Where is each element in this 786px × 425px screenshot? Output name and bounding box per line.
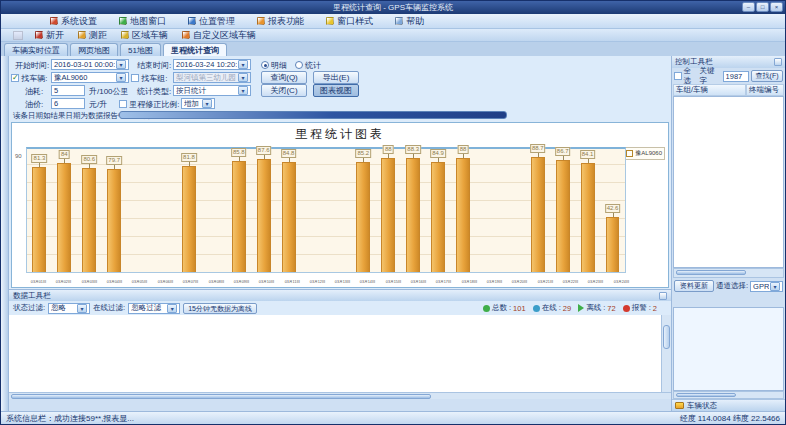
chevron-down-icon[interactable] xyxy=(77,304,87,313)
bar-value-label: 88.3 xyxy=(405,145,421,154)
mileage-correct-checkbox[interactable]: 里程修正比例: xyxy=(119,99,179,110)
channel-select[interactable]: GPRS xyxy=(750,281,783,292)
keyword-input[interactable]: 1987 xyxy=(723,71,750,82)
details-horizontal-scrollbar[interactable] xyxy=(673,391,784,399)
menu-item-label: 系统设置 xyxy=(61,15,97,28)
minimize-button[interactable] xyxy=(742,2,755,12)
scrollbar-thumb[interactable] xyxy=(676,393,736,397)
query-button[interactable]: 查询(Q) xyxy=(261,71,307,84)
checkbox-icon[interactable] xyxy=(131,74,139,82)
chevron-down-icon[interactable] xyxy=(116,73,126,82)
update-data-button[interactable]: 资料更新 xyxy=(674,280,714,292)
counter-value: 2 xyxy=(653,304,657,313)
chart-view-button[interactable]: 图表视图 xyxy=(313,84,359,97)
chart-slot xyxy=(326,149,351,272)
offline-rule-button[interactable]: 15分钟无数据为离线 xyxy=(183,303,257,314)
checkbox-icon[interactable] xyxy=(11,74,19,82)
x-tick-label: 03月07日 xyxy=(183,280,199,285)
counter-label: 离线 : xyxy=(586,303,605,313)
scrollbar-thumb[interactable] xyxy=(663,325,670,349)
bar-value-label: 84.1 xyxy=(580,150,596,159)
vehicle-status-tab[interactable]: 车辆状态 xyxy=(672,399,785,411)
bottom-tab-strip xyxy=(9,399,671,411)
bar-label-tick xyxy=(463,154,464,158)
calendar-dropdown-icon[interactable] xyxy=(116,60,126,69)
calendar-dropdown-icon[interactable] xyxy=(238,60,248,69)
chevron-down-icon[interactable] xyxy=(167,304,177,313)
radio-icon[interactable] xyxy=(295,61,303,69)
tab-map-51[interactable]: 51地图 xyxy=(120,43,161,56)
chart-slot: 79.7 xyxy=(102,149,127,272)
chevron-down-icon[interactable] xyxy=(770,282,780,291)
find-group-checkbox[interactable]: 找车组: xyxy=(131,73,167,84)
price-input[interactable]: 6 xyxy=(51,98,85,109)
bar-label-tick xyxy=(39,163,40,167)
tab-realtime-position[interactable]: 车辆实时位置 xyxy=(4,43,68,56)
horizontal-scrollbar[interactable] xyxy=(9,392,671,399)
chart-slot: 81.3 xyxy=(27,149,52,272)
select-all-checkbox[interactable] xyxy=(674,72,682,80)
tree-horizontal-scrollbar[interactable] xyxy=(673,268,784,278)
scrollbar-thumb[interactable] xyxy=(676,270,746,275)
menu-item-window-style[interactable]: 窗口样式 xyxy=(317,15,382,28)
chart-slot: 84.8 xyxy=(276,149,301,272)
find-button[interactable]: 查找(F) xyxy=(751,70,783,82)
radio-icon[interactable] xyxy=(261,61,269,69)
offline-icon xyxy=(578,304,584,312)
bar-value-label: 84.8 xyxy=(281,149,297,158)
end-time-input[interactable]: 2016-03-24 10:20:07 xyxy=(173,59,251,70)
x-tick-label: 03月09日 xyxy=(234,280,250,285)
close-query-button[interactable]: 关闭(C) xyxy=(261,84,307,97)
x-tick-label: 03月11日 xyxy=(284,280,299,285)
find-vehicle-select[interactable]: 豫AL9060 xyxy=(51,72,129,83)
start-time-label: 开始时间: xyxy=(15,60,49,71)
pin-icon[interactable] xyxy=(774,58,782,66)
chart-slot: 88 xyxy=(376,149,401,272)
legend-label: 豫AL9060 xyxy=(635,149,662,158)
tab-web-map[interactable]: 网页地图 xyxy=(70,43,118,56)
mileage-correct-select[interactable]: 增加 xyxy=(181,98,215,109)
menu-item-location-manage[interactable]: 位置管理 xyxy=(179,15,244,28)
stat-type-select[interactable]: 按日统计 xyxy=(173,85,251,96)
export-button[interactable]: 导出(E) xyxy=(313,71,359,84)
bar-value-label: 81.3 xyxy=(32,154,48,163)
chevron-down-icon[interactable] xyxy=(238,86,248,95)
chart-slot: 86.7 xyxy=(550,149,575,272)
help-icon xyxy=(395,17,403,25)
toolbar-button-measure-distance[interactable]: 测距 xyxy=(72,29,113,41)
vertical-scrollbar[interactable] xyxy=(661,315,671,392)
menu-item-report-functions[interactable]: 报表功能 xyxy=(248,15,313,28)
data-panel-header[interactable]: 数据工具栏 xyxy=(9,290,671,301)
toolbar-button-area-vehicles[interactable]: 区域车辆 xyxy=(115,29,174,41)
detail-radio[interactable]: 明细 xyxy=(261,60,287,71)
scrollbar-thumb[interactable] xyxy=(11,394,431,399)
find-vehicle-checkbox[interactable]: 找车辆: xyxy=(11,73,47,84)
bar-value-label: 42.6 xyxy=(605,204,621,213)
toolbar-button-custom-area-vehicles[interactable]: 自定义区域车辆 xyxy=(176,29,262,41)
collapse-icon[interactable] xyxy=(659,292,667,300)
vehicle-table-wrap xyxy=(9,315,671,392)
start-time-input[interactable]: 2016-03-01 00:00:01 xyxy=(51,59,129,70)
close-button[interactable] xyxy=(770,2,783,12)
y-axis-tick-label: 90 xyxy=(15,153,22,159)
menu-item-map-window[interactable]: 地图窗口 xyxy=(110,15,175,28)
menu-item-help[interactable]: 帮助 xyxy=(386,15,433,28)
left-collapsed-panel[interactable] xyxy=(1,56,9,411)
menu-item-system-settings[interactable]: 系统设置 xyxy=(41,15,106,28)
x-tick-label: 03月05日 xyxy=(132,280,148,285)
data-panel-title: 数据工具栏 xyxy=(13,291,51,301)
data-toolbar-panel: 数据工具栏 状态过滤: 忽略 在线过滤: 忽略过滤 15分钟无数据为离线 总数 … xyxy=(9,289,671,399)
chevron-down-icon[interactable] xyxy=(202,99,212,108)
checkbox-icon[interactable] xyxy=(119,100,127,108)
status-filter-select[interactable]: 忽略 xyxy=(48,303,90,314)
tab-mileage-query[interactable]: 里程统计查询 xyxy=(163,43,227,56)
maximize-button[interactable] xyxy=(756,2,769,12)
bar-label-tick xyxy=(538,153,539,157)
fuel-input[interactable]: 5 xyxy=(51,85,85,96)
toolbar-button-new-open[interactable]: 新开 xyxy=(29,29,70,41)
online-filter-select[interactable]: 忽略过滤 xyxy=(128,303,180,314)
chart-bar xyxy=(456,158,470,272)
x-tick-label: 03月18日 xyxy=(461,280,477,285)
stat-radio[interactable]: 统计 xyxy=(295,60,321,71)
toolbar-button-label: 自定义区域车辆 xyxy=(193,29,256,42)
